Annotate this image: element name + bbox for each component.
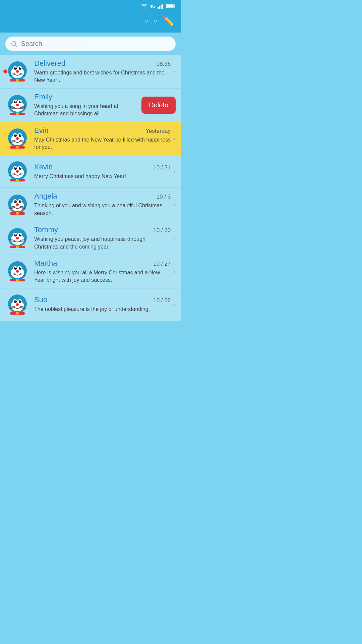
message-header-row: Evin Yesterday xyxy=(34,126,171,135)
message-item-evin[interactable]: Evin Yesterday May Christmas and the New… xyxy=(0,122,181,156)
svg-line-8 xyxy=(15,45,17,47)
chevron-icon: › xyxy=(173,268,176,275)
message-header-row: Tommy 10 / 30 xyxy=(34,225,171,234)
svg-point-143 xyxy=(16,303,19,306)
battery-icon xyxy=(166,4,176,8)
svg-point-124 xyxy=(20,267,21,268)
svg-point-152 xyxy=(17,313,18,314)
svg-point-142 xyxy=(20,300,21,301)
delete-button[interactable]: Delete xyxy=(141,97,176,114)
contact-name: Evin xyxy=(34,126,49,135)
message-header-row: Sue 10 / 26 xyxy=(34,296,171,304)
message-time: 10 / 27 xyxy=(153,261,171,267)
contact-name: Delivered xyxy=(34,59,65,68)
svg-point-89 xyxy=(16,203,19,206)
svg-rect-0 xyxy=(158,7,159,9)
message-time: Yesterday xyxy=(145,128,171,135)
svg-point-52 xyxy=(20,134,21,135)
message-preview: Wishing you a song in your heart at Chri… xyxy=(34,103,138,118)
svg-point-51 xyxy=(15,134,16,135)
message-time: 10 / 3 xyxy=(157,194,171,200)
chevron-icon: › xyxy=(173,301,176,308)
message-content: Angela 10 / 3 Thinking of you and wishin… xyxy=(34,192,171,217)
svg-point-62 xyxy=(17,147,18,148)
svg-point-141 xyxy=(15,300,16,301)
more-options-button[interactable]: ○○○ xyxy=(144,17,159,24)
chevron-icon: › xyxy=(173,201,176,208)
avatar xyxy=(5,292,29,317)
contact-name: Emily xyxy=(34,93,52,101)
chevron-icon: › xyxy=(173,234,176,242)
compose-button[interactable]: ✏️ xyxy=(163,15,174,26)
avatar xyxy=(5,59,29,84)
message-preview: The noblest pleasure is the joy of under… xyxy=(34,306,171,313)
avatar xyxy=(5,259,29,283)
svg-rect-3 xyxy=(162,4,163,9)
message-content: Evin Yesterday May Christmas and the New… xyxy=(34,126,171,151)
svg-point-106 xyxy=(20,234,21,235)
svg-point-125 xyxy=(16,270,19,273)
message-item-kevin[interactable]: Kevin 10 / 31 Merry Christmas and happy … xyxy=(0,155,181,188)
message-item-tommy[interactable]: Tommy 10 / 30 Wishing you peace, joy and… xyxy=(0,221,181,255)
contact-name: Martha xyxy=(34,259,57,268)
signal-icon xyxy=(158,3,164,9)
chevron-icon: › xyxy=(173,135,176,142)
svg-point-44 xyxy=(17,113,18,114)
svg-rect-1 xyxy=(159,6,160,9)
message-content: Sue 10 / 26 The noblest pleasure is the … xyxy=(34,296,171,313)
message-item-emily[interactable]: Emily Wishing you a song in your heart a… xyxy=(0,89,181,122)
chevron-icon: › xyxy=(173,68,176,75)
wifi-icon xyxy=(140,3,148,9)
svg-point-69 xyxy=(15,167,16,168)
message-item-sue[interactable]: Sue 10 / 26 The noblest pleasure is the … xyxy=(0,288,181,321)
svg-point-88 xyxy=(20,200,21,201)
svg-point-71 xyxy=(16,170,19,173)
svg-point-80 xyxy=(17,179,18,181)
message-header-row: Martha 10 / 27 xyxy=(34,259,171,268)
search-input[interactable] xyxy=(21,40,170,48)
svg-point-70 xyxy=(20,167,21,168)
message-time: 10 / 31 xyxy=(153,164,171,171)
app-header: ○○○ ✏️ xyxy=(0,12,181,33)
svg-point-53 xyxy=(16,137,19,140)
svg-rect-5 xyxy=(175,5,176,7)
svg-point-26 xyxy=(17,79,18,81)
message-preview: May Christmas and the New Year be filled… xyxy=(34,136,171,151)
message-list: Delivered 08:36 Warm greetings and best … xyxy=(0,55,181,321)
message-item-martha[interactable]: Martha 10 / 27 Here is wishing you all a… xyxy=(0,255,181,288)
message-preview: Warm greetings and best wishes for Chris… xyxy=(34,69,171,84)
svg-point-123 xyxy=(15,267,16,268)
message-preview: Thinking of you and wishing you a beauti… xyxy=(34,202,171,217)
avatar xyxy=(5,93,29,117)
message-content: Tommy 10 / 30 Wishing you peace, joy and… xyxy=(34,225,171,251)
avatar xyxy=(5,159,29,183)
svg-point-33 xyxy=(15,101,16,102)
svg-point-34 xyxy=(20,101,21,102)
svg-point-87 xyxy=(15,200,16,201)
message-content: Martha 10 / 27 Here is wishing you all a… xyxy=(34,259,171,284)
message-header-row: Angela 10 / 3 xyxy=(34,192,171,201)
header-right: ○○○ ✏️ xyxy=(144,15,174,26)
svg-point-107 xyxy=(16,237,19,239)
svg-point-35 xyxy=(16,104,19,106)
message-header-row: Kevin 10 / 31 xyxy=(34,163,171,171)
svg-point-15 xyxy=(15,67,16,68)
status-icons: 4G xyxy=(140,3,176,9)
message-preview: Merry Christmas and happy New Year! xyxy=(34,173,171,180)
svg-point-116 xyxy=(17,246,18,248)
message-header-row: Delivered 08:36 xyxy=(34,59,171,68)
avatar xyxy=(5,193,29,217)
message-content: Delivered 08:36 Warm greetings and best … xyxy=(34,59,171,84)
message-time: 10 / 26 xyxy=(153,297,171,304)
message-item-angela[interactable]: Angela 10 / 3 Thinking of you and wishin… xyxy=(0,188,181,221)
message-content: Kevin 10 / 31 Merry Christmas and happy … xyxy=(34,163,171,180)
contact-name: Tommy xyxy=(34,225,58,234)
message-item-delivered[interactable]: Delivered 08:36 Warm greetings and best … xyxy=(0,55,181,89)
avatar xyxy=(5,126,29,151)
message-time: 08:36 xyxy=(157,61,171,67)
contact-name: Angela xyxy=(34,192,57,201)
svg-point-7 xyxy=(12,41,16,45)
svg-point-16 xyxy=(20,67,21,68)
search-icon xyxy=(11,40,18,48)
svg-point-105 xyxy=(15,234,16,235)
